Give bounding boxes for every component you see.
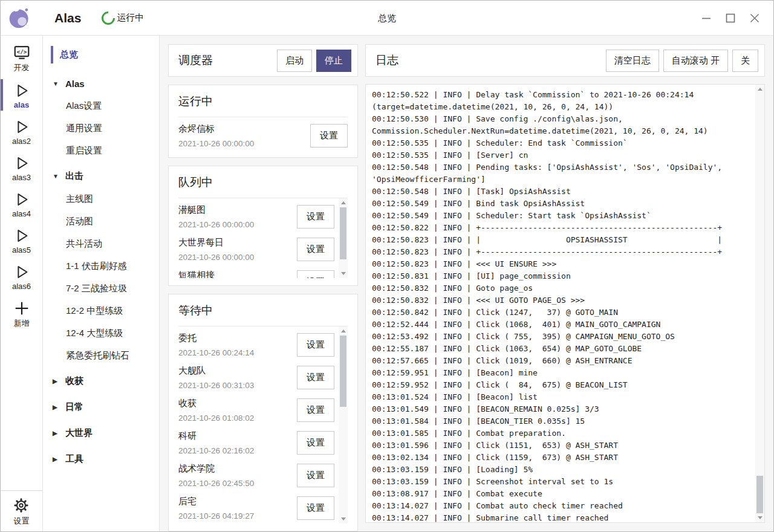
- task-time: 2021-10-26 02:16:02: [178, 446, 297, 457]
- task-time: 2021-10-26 04:19:27: [178, 511, 297, 522]
- task-setting-button[interactable]: 设置: [310, 124, 348, 148]
- task-setting-button[interactable]: 设置: [297, 366, 334, 389]
- rail-item-label: alas6: [12, 282, 31, 291]
- task-row: 后宅 2021-10-26 04:19:27 设置: [178, 490, 334, 522]
- rail-item-alas4[interactable]: alas4: [1, 186, 42, 221]
- menu-item-overview[interactable]: 总览: [43, 44, 159, 65]
- running-title: 运行中: [178, 92, 348, 117]
- menu-item-12-4 大型练级[interactable]: 12-4 大型练级: [43, 322, 159, 345]
- task-setting-button[interactable]: 设置: [297, 398, 334, 422]
- pending-task-list: 潜艇图 2021-10-26 00:00:00 设置 大世界每日 2021-10…: [178, 198, 348, 278]
- waiting-card: 等待中 委托 2021-10-26 00:24:14 设置 大舰队 2021-1…: [168, 294, 358, 531]
- play-icon: [13, 154, 31, 172]
- menu-item-紧急委托刷钻石[interactable]: 紧急委托刷钻石: [43, 345, 159, 367]
- waiting-task-list: 委托 2021-10-26 00:24:14 设置 大舰队 2021-10-26…: [178, 326, 348, 524]
- scrollbar-down-arrow[interactable]: [339, 269, 348, 278]
- task-name: 短猫相接: [178, 270, 297, 278]
- scrollbar-thumb[interactable]: [340, 207, 346, 259]
- waiting-scrollbar[interactable]: [339, 326, 348, 524]
- scheduler-column: 调度器 启动 停止 运行中 余烬信标 2021-10-26 00:00:00 设…: [168, 44, 358, 523]
- rail-item-alas2[interactable]: alas2: [1, 114, 42, 149]
- rail-item-alas[interactable]: alas: [1, 77, 42, 112]
- gear-icon: [13, 497, 31, 515]
- svg-text:</>: </>: [16, 48, 27, 55]
- log-header-card: 日志 清空日志 自动滚动 开 关: [365, 44, 765, 77]
- menu-group-收获[interactable]: ▶ 收获: [43, 369, 159, 393]
- pending-title: 队列中: [178, 174, 348, 198]
- main-area: </> 开发 alas alas2 alas3 alas4 alas5 alas…: [1, 36, 773, 531]
- rail-spacer: [1, 333, 42, 490]
- scrollbar-down-arrow[interactable]: [339, 514, 348, 524]
- rail-item-dev[interactable]: </> 开发: [1, 39, 42, 76]
- task-setting-button[interactable]: 设置: [297, 205, 334, 229]
- scheduler-buttons: 启动 停止: [277, 50, 351, 72]
- task-setting-button[interactable]: 设置: [297, 431, 334, 455]
- group-arrow-icon: ▶: [53, 456, 59, 462]
- task-setting-button[interactable]: 设置: [297, 333, 334, 357]
- rail-item-alas6[interactable]: alas6: [1, 259, 42, 294]
- menu-group-label: Alas: [65, 79, 85, 89]
- group-arrow-icon: ▶: [53, 404, 59, 410]
- scrollbar-thumb[interactable]: [756, 476, 763, 513]
- menu-item-12-2 中型练级[interactable]: 12-2 中型练级: [43, 300, 159, 322]
- log-body-card: 00:12:50.522 | INFO | Delay task `Commis…: [365, 84, 765, 523]
- group-arrow-icon: ▼: [53, 80, 59, 87]
- menu-group-日常[interactable]: ▶ 日常: [43, 395, 159, 419]
- menu-item-1-1 伏击刷好感[interactable]: 1-1 伏击刷好感: [43, 255, 159, 277]
- clear-log-button[interactable]: 清空日志: [606, 50, 659, 72]
- menu-item-重启设置[interactable]: 重启设置: [43, 140, 159, 162]
- start-button[interactable]: 启动: [277, 50, 312, 72]
- task-setting-button[interactable]: 设置: [297, 238, 334, 261]
- rail-item-label: alas3: [12, 173, 31, 182]
- stop-button[interactable]: 停止: [316, 50, 351, 72]
- rail-item-alas3[interactable]: alas3: [1, 150, 42, 185]
- scrollbar-down-arrow[interactable]: [755, 513, 764, 522]
- scrollbar-up-arrow[interactable]: [755, 85, 764, 94]
- log-close-button[interactable]: 关: [732, 50, 758, 72]
- running-task-list: 余烬信标 2021-10-26 00:00:00 设置: [178, 117, 348, 150]
- task-setting-button[interactable]: 设置: [297, 496, 334, 520]
- pending-scrollbar[interactable]: [339, 198, 348, 278]
- task-name: 大世界每日: [178, 237, 297, 248]
- autoscroll-toggle-button[interactable]: 自动滚动 开: [663, 50, 728, 72]
- play-icon: [13, 263, 31, 281]
- task-info: 委托 2021-10-26 00:24:14: [178, 330, 297, 359]
- window-controls: [697, 9, 773, 27]
- rail-item-label: 新增: [14, 318, 30, 329]
- scheduler-title: 调度器: [178, 53, 277, 68]
- menu-group-工具[interactable]: ▶ 工具: [43, 447, 159, 471]
- task-setting-button[interactable]: 设置: [297, 464, 334, 487]
- rail-item-alas5[interactable]: alas5: [1, 222, 42, 258]
- rail-divider: [1, 490, 42, 491]
- nav-rail-items: </> 开发 alas alas2 alas3 alas4 alas5 alas…: [1, 39, 42, 333]
- task-row: 收获 2021-10-26 01:08:02 设置: [178, 392, 334, 424]
- menu-item-共斗活动[interactable]: 共斗活动: [43, 233, 159, 255]
- log-title: 日志: [376, 53, 606, 68]
- menu-item-通用设置[interactable]: 通用设置: [43, 117, 159, 140]
- group-arrow-icon: ▼: [53, 173, 59, 180]
- scrollbar-up-arrow[interactable]: [339, 326, 348, 336]
- menu-group-label: 出击: [65, 170, 83, 182]
- menu-group-大世界[interactable]: ▶ 大世界: [43, 421, 159, 445]
- scrollbar-up-arrow[interactable]: [339, 198, 348, 207]
- menu-group-出击[interactable]: ▼ 出击: [43, 164, 159, 188]
- menu-item-7-2 三战捡垃圾[interactable]: 7-2 三战捡垃圾: [43, 277, 159, 300]
- minimize-button[interactable]: [697, 9, 715, 27]
- task-row: 余烬信标 2021-10-26 00:00:00 设置: [178, 117, 348, 150]
- menu-group-Alas[interactable]: ▼ Alas: [43, 73, 159, 95]
- log-column: 日志 清空日志 自动滚动 开 关 00:12:50.522 | INFO | D…: [365, 44, 765, 523]
- log-scrollbar[interactable]: [755, 85, 764, 522]
- task-setting-button[interactable]: 设置: [297, 270, 334, 279]
- menu-item-Alas设置[interactable]: Alas设置: [43, 95, 159, 117]
- maximize-button[interactable]: [721, 9, 740, 27]
- menu-item-主线图[interactable]: 主线图: [43, 188, 159, 210]
- task-name: 余烬信标: [178, 123, 310, 135]
- menu-group-label: 工具: [65, 453, 83, 465]
- menu-item-活动图[interactable]: 活动图: [43, 210, 159, 233]
- rail-item-settings[interactable]: 设置: [1, 493, 42, 531]
- rail-item-add[interactable]: 新增: [1, 295, 42, 332]
- menu-group-label: 收获: [65, 375, 83, 387]
- close-button[interactable]: [746, 9, 764, 27]
- menu-panel: 总览 ▼ Alas Alas设置 通用设置 重启设置 ▼ 出击 主线图 活动图 …: [43, 36, 160, 531]
- scrollbar-thumb[interactable]: [340, 336, 346, 407]
